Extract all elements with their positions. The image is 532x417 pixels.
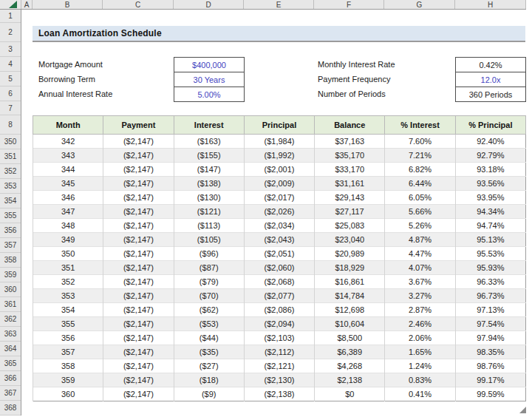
cell[interactable]: ($2,147) [103,149,174,163]
cell[interactable]: $8,500 [315,331,385,345]
cell[interactable]: 5.66% [385,205,455,219]
cell[interactable]: 348 [33,219,103,233]
cell[interactable]: 97.13% [455,303,525,317]
cell[interactable]: 2.87% [385,303,455,317]
cell[interactable]: 4.47% [385,247,455,261]
cell[interactable]: ($1,992) [244,149,314,163]
row-header-4[interactable]: 4 [0,57,21,72]
cell[interactable]: ($2,147) [103,163,174,177]
cell[interactable]: ($2,147) [103,177,174,191]
cell[interactable]: ($9) [174,387,244,401]
input-left-value-box-0[interactable]: $400,000 [174,57,245,72]
cell[interactable]: 98.35% [455,345,525,359]
row-header-5[interactable]: 5 [0,72,21,87]
cell[interactable]: 351 [33,261,103,275]
cell[interactable]: ($155) [174,149,244,163]
cell[interactable]: 94.34% [455,205,525,219]
cell[interactable]: ($2,147) [103,247,174,261]
cell[interactable]: $4,268 [315,359,385,373]
input-right-value-box-0[interactable]: 0.42% [455,57,526,72]
cell[interactable]: 94.74% [455,219,525,233]
cell[interactable]: $12,698 [315,303,385,317]
input-right-value-box-1[interactable]: 12.0x [455,72,526,87]
cell[interactable]: 92.79% [455,149,525,163]
cell[interactable]: 95.13% [455,233,525,247]
cell[interactable]: ($2,147) [103,303,174,317]
cell[interactable]: ($2,001) [244,163,314,177]
column-header-cell-balance[interactable]: Balance [315,116,385,135]
cell[interactable]: 95.53% [455,247,525,261]
cell[interactable]: 357 [33,345,103,359]
cell[interactable]: $6,389 [315,345,385,359]
cell[interactable]: ($2,147) [103,359,174,373]
input-left-label-2[interactable]: Annual Interest Rate [38,87,112,101]
row-header-366[interactable]: 366 [0,371,21,386]
cell[interactable]: ($2,147) [103,331,174,345]
cell[interactable]: ($62) [174,303,244,317]
row-header-2[interactable]: 2 [0,23,21,42]
row-header-353[interactable]: 353 [0,179,21,194]
cell[interactable]: $18,929 [315,261,385,275]
cell[interactable]: 2.06% [385,331,455,345]
cell[interactable]: ($121) [174,205,244,219]
row-header-352[interactable]: 352 [0,164,21,179]
cell[interactable]: 2.46% [385,317,455,331]
cell[interactable]: ($105) [174,233,244,247]
cell[interactable]: ($2,034) [244,219,314,233]
row-header-7[interactable]: 7 [0,101,21,115]
cell[interactable]: ($87) [174,261,244,275]
cell[interactable]: 7.21% [385,149,455,163]
row-header-6[interactable]: 6 [0,87,21,101]
cell[interactable]: ($163) [174,135,244,149]
cell[interactable]: 99.59% [455,387,525,401]
cell[interactable]: $31,161 [315,177,385,191]
column-header-D[interactable]: D [174,0,244,9]
row-header-8[interactable]: 8 [0,115,21,135]
cell[interactable]: ($2,147) [103,373,174,387]
cell[interactable]: ($2,017) [244,191,314,205]
cell[interactable]: 358 [33,359,103,373]
cell[interactable]: $20,989 [315,247,385,261]
cell[interactable]: ($35) [174,345,244,359]
select-all-corner[interactable] [0,0,21,9]
cell[interactable]: $33,170 [315,163,385,177]
column-header-cell-principal[interactable]: Principal [244,116,314,135]
column-header-cell-month[interactable]: Month [33,116,103,135]
cell[interactable]: 343 [33,149,103,163]
cell[interactable]: ($2,086) [244,303,314,317]
column-header-E[interactable]: E [244,0,314,9]
cell[interactable]: 97.54% [455,317,525,331]
column-header-cell-principal[interactable]: % Principal [455,116,525,135]
cell[interactable]: ($2,147) [103,387,174,401]
cell[interactable]: 93.18% [455,163,525,177]
input-right-label-2[interactable]: Number of Periods [318,87,386,101]
cell[interactable]: $27,117 [315,205,385,219]
cell[interactable]: 360 [33,387,103,401]
column-header-cell-interest[interactable]: % Interest [385,116,455,135]
row-header-364[interactable]: 364 [0,342,21,356]
cell[interactable]: ($2,138) [244,387,314,401]
cell[interactable]: 95.93% [455,261,525,275]
cell[interactable]: ($2,026) [244,205,314,219]
cell[interactable]: 350 [33,247,103,261]
input-left-value-box-2[interactable]: 5.00% [174,87,245,102]
cell[interactable]: $23,040 [315,233,385,247]
cell[interactable]: ($2,147) [103,289,174,303]
cell[interactable]: $35,170 [315,149,385,163]
row-header-359[interactable]: 359 [0,268,21,282]
cell[interactable]: ($2,060) [244,261,314,275]
cell[interactable]: ($147) [174,163,244,177]
column-header-H[interactable]: H [455,0,526,9]
cell[interactable]: $25,083 [315,219,385,233]
cell[interactable]: $29,143 [315,191,385,205]
row-header-3[interactable]: 3 [0,42,21,57]
cell[interactable]: 99.17% [455,373,525,387]
cell[interactable]: ($2,147) [103,233,174,247]
cell[interactable]: ($2,043) [244,233,314,247]
cell[interactable]: 98.76% [455,359,525,373]
cell[interactable]: 347 [33,205,103,219]
cell[interactable]: ($2,068) [244,275,314,289]
cell[interactable]: 93.56% [455,177,525,191]
column-header-cell-interest[interactable]: Interest [174,116,244,135]
cell[interactable]: ($79) [174,275,244,289]
